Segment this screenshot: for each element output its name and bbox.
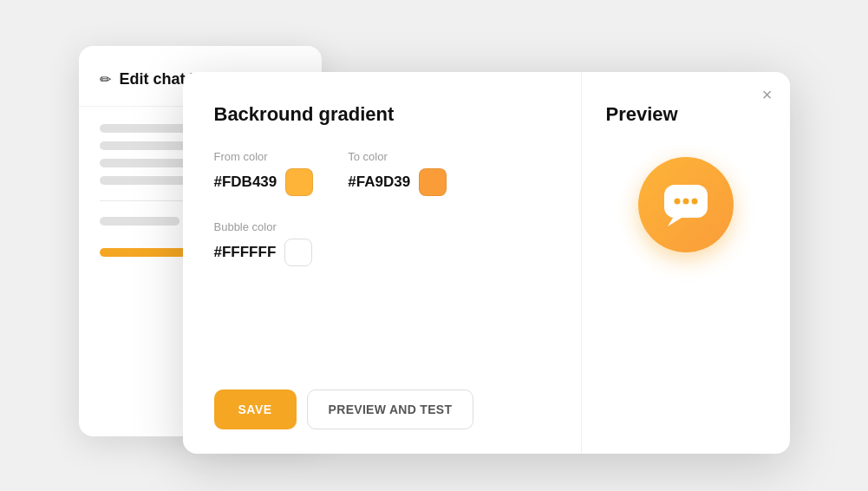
bubble-color-field: Bubble color #FFFFFF	[214, 220, 550, 266]
skeleton-line	[100, 217, 180, 226]
from-color-field: From color #FDB439	[214, 150, 314, 196]
preview-and-test-button[interactable]: PREVIEW AND TEST	[307, 390, 474, 429]
preview-title: Preview	[606, 103, 678, 126]
to-color-hex: #FA9D39	[348, 173, 410, 191]
to-color-swatch[interactable]	[419, 168, 447, 196]
to-color-value-row: #FA9D39	[348, 168, 447, 196]
bubble-color-section: Bubble color #FFFFFF	[214, 220, 550, 266]
form-footer: SAVE PREVIEW AND TEST	[214, 390, 550, 454]
from-color-swatch[interactable]	[285, 168, 313, 196]
to-color-label: To color	[348, 150, 447, 163]
svg-marker-1	[668, 218, 682, 226]
from-color-value-row: #FDB439	[214, 168, 314, 196]
bubble-color-hex: #FFFFFF	[214, 244, 277, 261]
scene: ✏ Edit chat button × Backround gradient	[79, 29, 790, 462]
bubble-color-label: Bubble color	[214, 220, 550, 233]
to-color-field: To color #FA9D39	[348, 150, 447, 196]
chat-bubble-icon	[659, 178, 713, 232]
bubble-color-value-row: #FFFFFF	[214, 239, 550, 266]
svg-point-4	[691, 199, 697, 205]
bubble-color-swatch[interactable]	[284, 239, 312, 266]
form-section-title: Backround gradient	[214, 103, 550, 126]
svg-point-2	[674, 199, 680, 205]
svg-point-3	[682, 199, 689, 205]
modal-preview: Preview	[582, 72, 790, 454]
chat-button-preview	[638, 157, 734, 252]
modal-body: Backround gradient From color #FDB439 To…	[183, 72, 790, 454]
edit-icon: ✏	[100, 71, 111, 88]
color-row: From color #FDB439 To color #FA9D39	[214, 150, 550, 196]
from-color-label: From color	[214, 150, 314, 163]
from-color-hex: #FDB439	[214, 173, 277, 191]
modal-close-button[interactable]: ×	[762, 86, 773, 103]
main-modal: × Backround gradient From color #FDB439 …	[183, 72, 790, 454]
modal-form: Backround gradient From color #FDB439 To…	[183, 72, 582, 454]
save-button[interactable]: SAVE	[214, 390, 297, 429]
